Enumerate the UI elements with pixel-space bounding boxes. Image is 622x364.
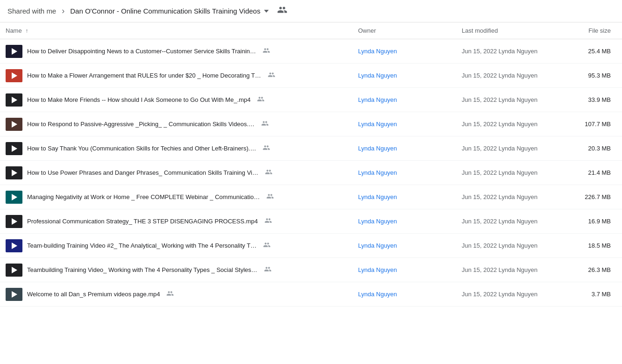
shared-icon: [268, 71, 275, 80]
chevron-down-icon: [264, 10, 269, 13]
shared-icon: [266, 193, 274, 201]
play-icon: [12, 145, 17, 152]
modified-cell: Jun 15, 2022 Lynda Nguyen: [456, 112, 570, 136]
file-name-label: How to Deliver Disappointing News to a C…: [27, 48, 256, 55]
table-row[interactable]: How to Respond to Passive-Aggressive _Pi…: [0, 112, 622, 136]
file-thumbnail: [6, 166, 22, 179]
size-cell: 33.9 MB: [570, 88, 622, 112]
owner-cell: Lynda Nguyen: [352, 209, 456, 234]
shared-icon: [263, 144, 270, 153]
col-name-label: Name: [6, 27, 22, 34]
modified-cell: Jun 15, 2022 Lynda Nguyen: [456, 136, 570, 161]
modified-cell: Jun 15, 2022 Lynda Nguyen: [456, 209, 570, 234]
column-size-header[interactable]: File size: [570, 22, 622, 39]
play-icon: [12, 243, 17, 249]
breadcrumb-current-folder[interactable]: Dan O'Connor - Online Communication Skil…: [70, 7, 269, 15]
file-name-label: Professional Communication Strategy_ THE…: [27, 218, 258, 225]
name-cell: Teambuilding Training Video_ Working wit…: [6, 264, 347, 277]
file-thumbnail: [6, 45, 22, 58]
play-icon: [12, 48, 17, 55]
file-thumbnail: [6, 69, 22, 82]
file-name-label: How to Say Thank You (Communication Skil…: [27, 145, 256, 152]
file-thumbnail: [6, 118, 22, 131]
breadcrumb-root-link[interactable]: Shared with me: [7, 7, 56, 15]
owner-cell: Lynda Nguyen: [352, 64, 456, 88]
column-modified-header[interactable]: Last modified: [456, 22, 570, 39]
size-cell: 3.7 MB: [570, 282, 622, 307]
table-row[interactable]: Teambuilding Training Video_ Working wit…: [0, 258, 622, 282]
table-row[interactable]: Welcome to all Dan_s Premium videos page…: [0, 282, 622, 307]
modified-cell: Jun 15, 2022 Lynda Nguyen: [456, 64, 570, 88]
size-cell: 226.7 MB: [570, 185, 622, 209]
shared-icon: [261, 120, 269, 128]
people-icon[interactable]: [277, 5, 287, 17]
size-cell: 18.5 MB: [570, 234, 622, 258]
play-icon: [12, 267, 17, 273]
name-cell: How to Make More Friends -- How should I…: [6, 93, 347, 107]
col-size-label: File size: [588, 27, 611, 34]
owner-cell: Lynda Nguyen: [352, 161, 456, 185]
size-cell: 16.9 MB: [570, 209, 622, 234]
modified-cell: Jun 15, 2022 Lynda Nguyen: [456, 161, 570, 185]
file-thumbnail: [6, 215, 22, 228]
size-cell: 95.3 MB: [570, 64, 622, 88]
shared-icon: [264, 265, 272, 274]
col-owner-label: Owner: [358, 27, 376, 34]
name-cell: Team-building Training Video #2_ The Ana…: [6, 239, 347, 252]
file-thumbnail: [6, 288, 22, 301]
file-thumbnail: [6, 264, 22, 277]
sort-arrow-icon: ↑: [25, 28, 28, 34]
table-row[interactable]: How to Say Thank You (Communication Skil…: [0, 136, 622, 161]
name-cell: How to Make a Flower Arrangement that RU…: [6, 69, 347, 82]
shared-icon: [263, 241, 271, 250]
size-cell: 107.7 MB: [570, 112, 622, 136]
table-row[interactable]: Professional Communication Strategy_ THE…: [0, 209, 622, 234]
table-row[interactable]: Managing Negativity at Work or Home _ Fr…: [0, 185, 622, 209]
file-name-label: How to Use Power Phrases and Danger Phra…: [27, 169, 258, 176]
size-cell: 26.3 MB: [570, 258, 622, 282]
file-thumbnail: [6, 239, 22, 252]
col-modified-label: Last modified: [462, 27, 498, 34]
shared-icon: [265, 217, 272, 226]
table-row[interactable]: How to Use Power Phrases and Danger Phra…: [0, 161, 622, 185]
table-row[interactable]: How to Make a Flower Arrangement that RU…: [0, 64, 622, 88]
shared-icon: [166, 290, 174, 299]
column-owner-header[interactable]: Owner: [352, 22, 456, 39]
shared-icon: [257, 95, 265, 104]
modified-cell: Jun 15, 2022 Lynda Nguyen: [456, 185, 570, 209]
play-icon: [12, 121, 17, 128]
owner-cell: Lynda Nguyen: [352, 39, 456, 64]
file-name-label: Managing Negativity at Work or Home _ Fr…: [27, 193, 260, 200]
name-cell: How to Respond to Passive-Aggressive _Pi…: [6, 118, 347, 131]
size-cell: 21.4 MB: [570, 161, 622, 185]
table-row[interactable]: How to Make More Friends -- How should I…: [0, 88, 622, 112]
file-thumbnail: [6, 142, 22, 155]
breadcrumb-current-label: Dan O'Connor - Online Communication Skil…: [70, 7, 260, 15]
shared-icon: [265, 168, 272, 177]
file-name-label: How to Make More Friends -- How should I…: [27, 96, 250, 103]
name-cell: Managing Negativity at Work or Home _ Fr…: [6, 191, 347, 204]
modified-cell: Jun 15, 2022 Lynda Nguyen: [456, 39, 570, 64]
breadcrumb-header: Shared with me › Dan O'Connor - Online C…: [0, 0, 622, 22]
play-icon: [12, 170, 17, 176]
column-name-header[interactable]: Name ↑: [0, 22, 352, 39]
name-cell: Welcome to all Dan_s Premium videos page…: [6, 288, 347, 301]
size-cell: 25.4 MB: [570, 39, 622, 64]
owner-cell: Lynda Nguyen: [352, 136, 456, 161]
modified-cell: Jun 15, 2022 Lynda Nguyen: [456, 282, 570, 307]
table-row[interactable]: Team-building Training Video #2_ The Ana…: [0, 234, 622, 258]
owner-cell: Lynda Nguyen: [352, 234, 456, 258]
play-icon: [12, 72, 17, 79]
modified-cell: Jun 15, 2022 Lynda Nguyen: [456, 234, 570, 258]
name-cell: How to Deliver Disappointing News to a C…: [6, 45, 347, 58]
file-name-label: Welcome to all Dan_s Premium videos page…: [27, 291, 160, 298]
breadcrumb-separator: ›: [62, 6, 64, 16]
owner-cell: Lynda Nguyen: [352, 282, 456, 307]
play-icon: [12, 194, 17, 200]
size-cell: 20.3 MB: [570, 136, 622, 161]
file-thumbnail: [6, 93, 22, 107]
name-cell: How to Use Power Phrases and Danger Phra…: [6, 166, 347, 179]
owner-cell: Lynda Nguyen: [352, 185, 456, 209]
name-cell: Professional Communication Strategy_ THE…: [6, 215, 347, 228]
table-row[interactable]: How to Deliver Disappointing News to a C…: [0, 39, 622, 64]
